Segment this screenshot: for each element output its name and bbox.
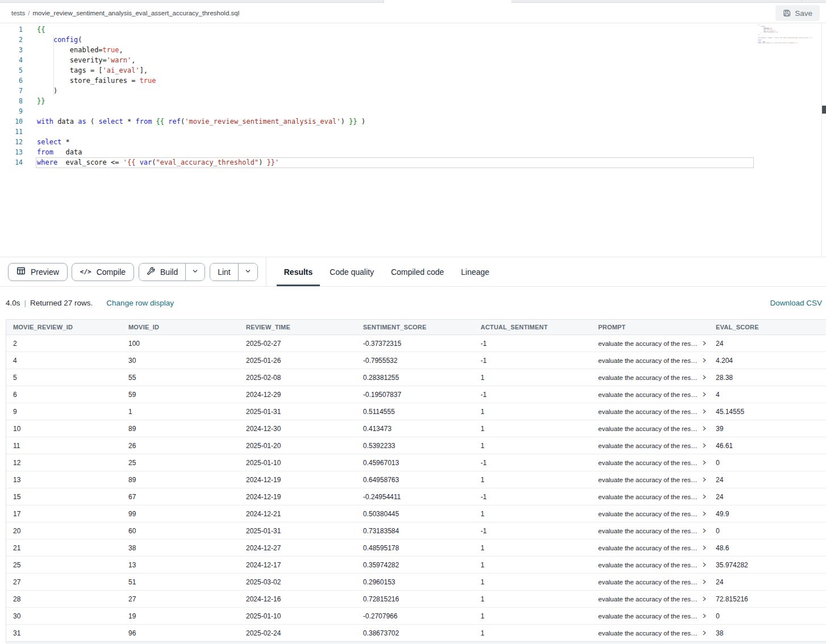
minimap[interactable]: {{ config( enabled=true, severity='warn'…	[758, 24, 819, 43]
cell-eval-score: 39	[709, 425, 826, 433]
code-line[interactable]: 8}}	[0, 96, 365, 106]
prompt-expand-chevron-icon[interactable]	[701, 528, 707, 534]
prompt-expand-chevron-icon[interactable]	[701, 579, 707, 585]
prompt-expand-chevron-icon[interactable]	[701, 630, 707, 636]
prompt-expand-chevron-icon[interactable]	[701, 425, 707, 432]
cell-movie-id: 100	[122, 340, 239, 348]
save-button[interactable]: Save	[775, 5, 820, 21]
prompt-preview-text: evaluate the accuracy of the res…	[598, 476, 698, 483]
line-number: 1	[0, 26, 23, 34]
table-row: 28 27 2024-12-16 0.72815216 1 evaluate t…	[6, 591, 826, 608]
cell-sentiment-score: -0.37372315	[356, 340, 474, 348]
cell-actual-sentiment: -1	[474, 357, 591, 365]
prompt-expand-chevron-icon[interactable]	[701, 476, 707, 483]
cell-prompt: evaluate the accuracy of the res…	[591, 613, 709, 620]
code-line[interactable]: 2 config(	[0, 35, 365, 45]
build-button-label: Build	[160, 267, 178, 277]
cell-movie-id: 55	[122, 374, 239, 382]
cell-movie-review-id: 25	[6, 561, 122, 569]
cell-eval-score: 28.38	[709, 374, 826, 382]
cell-review-time: 2025-01-10	[239, 459, 356, 467]
column-header-sentiment-score: SENTIMENT_SCORE	[356, 324, 474, 331]
prompt-expand-chevron-icon[interactable]	[701, 562, 707, 568]
cell-movie-review-id: 17	[6, 510, 122, 518]
code-line[interactable]: 10with data as ( select * from {{ ref('m…	[0, 116, 365, 127]
cell-actual-sentiment: 1	[474, 442, 591, 450]
code-line[interactable]: 11	[0, 127, 365, 137]
cell-prompt: evaluate the accuracy of the res…	[591, 374, 709, 381]
code-line[interactable]: 12select *	[0, 137, 365, 147]
cell-actual-sentiment: 1	[474, 578, 591, 586]
cell-actual-sentiment: 1	[474, 425, 591, 433]
cell-actual-sentiment: -1	[474, 391, 591, 399]
build-dropdown-button[interactable]	[185, 264, 205, 281]
cell-review-time: 2024-12-21	[239, 510, 356, 518]
minimap-line: where eval_score <= '{{ var("eval_accura…	[758, 42, 819, 43]
code-line[interactable]: 7 )	[0, 86, 365, 96]
cell-movie-review-id: 2	[6, 340, 122, 348]
code-line[interactable]: 6 store_failures = true	[0, 76, 365, 86]
cell-review-time: 2024-12-29	[239, 391, 356, 399]
cell-sentiment-score: -0.24954411	[356, 493, 474, 501]
cell-review-time: 2024-12-16	[239, 595, 356, 603]
prompt-expand-chevron-icon[interactable]	[701, 459, 707, 466]
prompt-preview-text: evaluate the accuracy of the res…	[598, 408, 698, 415]
cell-eval-score: 24	[709, 476, 826, 484]
code-lines[interactable]: 1{{2 config(3 enabled=true,4 severity='w…	[0, 24, 365, 168]
prompt-preview-text: evaluate the accuracy of the res…	[598, 511, 698, 517]
code-line[interactable]: 1{{	[0, 24, 365, 35]
cell-sentiment-score: 0.73183584	[356, 527, 474, 535]
prompt-expand-chevron-icon[interactable]	[701, 545, 707, 551]
cell-prompt: evaluate the accuracy of the res…	[591, 528, 709, 534]
cell-movie-id: 26	[122, 442, 239, 450]
lint-button[interactable]: Lint	[210, 264, 238, 281]
table-row: 30 19 2025-01-10 -0.2707966 1 evaluate t…	[6, 608, 826, 625]
code-line[interactable]: 14where eval_score <= '{{ var("eval_accu…	[0, 157, 365, 168]
tab-code-quality[interactable]: Code quality	[321, 257, 382, 286]
build-button[interactable]: Build	[139, 264, 185, 281]
compile-button[interactable]: </> Compile	[72, 263, 134, 281]
prompt-expand-chevron-icon[interactable]	[701, 408, 707, 415]
prompt-expand-chevron-icon[interactable]	[701, 357, 707, 363]
line-number: 5	[0, 66, 23, 74]
code-line[interactable]: 3 enabled=true,	[0, 45, 365, 55]
cell-movie-review-id: 31	[6, 629, 122, 637]
code-editor[interactable]: 1{{2 config(3 enabled=true,4 severity='w…	[0, 23, 826, 257]
prompt-expand-chevron-icon[interactable]	[701, 494, 707, 500]
download-csv-link[interactable]: Download CSV	[770, 299, 822, 307]
cell-movie-id: 38	[122, 544, 239, 552]
horizontal-scrollbar[interactable]	[6, 641, 826, 644]
cell-movie-id: 13	[122, 561, 239, 569]
file-header-bar: tests / movie_review_sentiment_analysis_…	[0, 3, 826, 23]
preview-button[interactable]: Preview	[8, 263, 68, 281]
line-number: 6	[0, 77, 23, 85]
prompt-expand-chevron-icon[interactable]	[701, 391, 707, 398]
code-line[interactable]: 4 severity='warn',	[0, 55, 365, 65]
prompt-expand-chevron-icon[interactable]	[701, 340, 707, 346]
prompt-preview-text: evaluate the accuracy of the res…	[598, 425, 698, 432]
table-row: 21 38 2024-12-27 0.48595178 1 evaluate t…	[6, 540, 826, 557]
code-line[interactable]: 5 tags = ['ai_eval'],	[0, 65, 365, 76]
prompt-expand-chevron-icon[interactable]	[701, 613, 707, 619]
editor-toolbar: Preview </> Compile Build Lint	[0, 257, 826, 287]
lint-dropdown-button[interactable]	[238, 264, 257, 281]
column-header-eval-score: EVAL_SCORE	[709, 324, 826, 331]
change-row-display-link[interactable]: Change row display	[106, 299, 174, 307]
cell-prompt: evaluate the accuracy of the res…	[591, 425, 709, 432]
cell-eval-score: 0	[709, 459, 826, 467]
line-number: 13	[0, 148, 23, 156]
prompt-expand-chevron-icon[interactable]	[701, 442, 707, 449]
prompt-expand-chevron-icon[interactable]	[701, 596, 707, 602]
tab-results[interactable]: Results	[276, 257, 322, 286]
code-line[interactable]: 9	[0, 106, 365, 116]
tab-lineage[interactable]: Lineage	[453, 257, 498, 286]
table-row: 10 89 2024-12-30 0.413473 1 evaluate the…	[6, 420, 826, 437]
cell-eval-score: 45.14555	[709, 408, 826, 416]
prompt-expand-chevron-icon[interactable]	[701, 511, 707, 517]
column-header-actual-sentiment: ACTUAL_SENTIMENT	[474, 324, 591, 331]
prompt-expand-chevron-icon[interactable]	[701, 374, 707, 380]
scrollbar-thumb[interactable]	[822, 106, 826, 114]
breadcrumb-folder[interactable]: tests	[11, 10, 25, 16]
tab-compiled-code[interactable]: Compiled code	[382, 257, 452, 286]
code-line[interactable]: 13from data	[0, 147, 365, 157]
